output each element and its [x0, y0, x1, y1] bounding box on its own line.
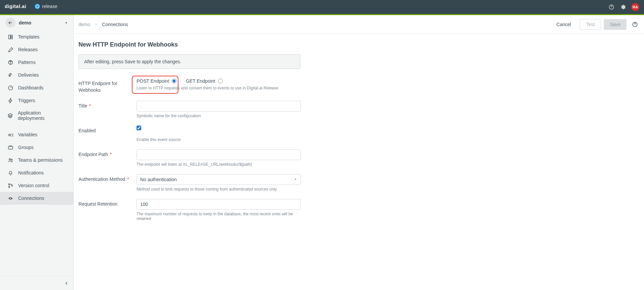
back-button[interactable]	[5, 18, 15, 28]
notifications-icon	[7, 170, 13, 176]
radio-label: GET Endpoint	[186, 78, 215, 84]
info-box: After editing, press Save to apply the c…	[78, 54, 301, 69]
user-avatar[interactable]: RA	[631, 3, 639, 11]
help-icon[interactable]	[608, 4, 614, 10]
test-button[interactable]: Test	[580, 19, 601, 30]
sidebar-item-label: Notifications	[18, 170, 44, 175]
connections-icon	[7, 195, 13, 201]
sidebar-item-version-control[interactable]: Version control	[0, 179, 73, 192]
get-endpoint-input[interactable]	[218, 79, 223, 83]
sidebar-item-triggers[interactable]: Triggers	[0, 94, 73, 107]
retention-label: Request Retention	[78, 199, 137, 208]
sidebar-header: demo	[0, 15, 73, 30]
sidebar-item-patterns[interactable]: Patterns	[0, 56, 73, 69]
sidebar-item-label: Templates	[18, 34, 40, 40]
post-endpoint-input[interactable]	[172, 79, 176, 83]
sidebar-item-variables[interactable]: ${'{'} Variables	[0, 128, 73, 141]
header-actions: Cancel Test Save	[550, 19, 638, 30]
templates-icon	[7, 34, 13, 40]
auth-method-label: Authentication Method *	[78, 174, 137, 183]
breadcrumb-current: Connections	[102, 22, 128, 27]
endpoint-type-group: POST Endpoint GET Endpoint	[137, 78, 301, 84]
patterns-icon	[7, 59, 13, 65]
settings-icon[interactable]	[620, 4, 626, 10]
top-bar: digital.ai release RA	[0, 0, 644, 14]
sidebar-item-label: Connections	[18, 196, 44, 201]
sidebar-item-label: Variables	[18, 132, 37, 137]
sidebar-item-label: Deliveries	[18, 72, 39, 78]
content-help-icon[interactable]	[632, 21, 638, 27]
sidebar-item-templates[interactable]: Templates	[0, 30, 73, 43]
retention-input[interactable]	[137, 199, 301, 210]
releases-icon	[7, 47, 13, 53]
sidebar: demo Templates Releases Patterns Deliver…	[0, 15, 74, 290]
sidebar-item-releases[interactable]: Releases	[0, 43, 73, 56]
breadcrumb-root[interactable]: demo	[78, 22, 90, 27]
svg-point-4	[611, 8, 611, 8]
sidebar-item-label: Groups	[18, 145, 34, 150]
endpoint-type-help: Listen to HTTP requests and convert them…	[137, 86, 301, 90]
sidebar-item-connections[interactable]: Connections	[0, 192, 73, 205]
sidebar-item-label: Teams & permissions	[18, 157, 63, 163]
sidebar-item-label: Version control	[18, 183, 49, 188]
svg-rect-5	[8, 35, 10, 39]
svg-rect-17	[10, 197, 11, 199]
deliveries-icon	[7, 72, 13, 78]
svg-text:${'{'}: ${'{'}	[8, 133, 13, 137]
teams-icon	[7, 157, 13, 163]
sidebar-item-deliveries[interactable]: Deliveries	[0, 69, 73, 81]
sidebar-expand-icon[interactable]	[65, 20, 68, 25]
save-button[interactable]: Save	[604, 19, 627, 30]
radio-label: POST Endpoint	[137, 78, 169, 84]
svg-point-13	[11, 159, 12, 160]
brand-logo: digital.ai release	[5, 3, 72, 11]
endpoint-path-help: The endpoint will listen at XL_RELEASE_U…	[137, 162, 301, 167]
sidebar-item-app-deployments[interactable]: Application deployments	[0, 107, 73, 124]
sidebar-collapse-button[interactable]	[0, 276, 73, 290]
cancel-button[interactable]: Cancel	[550, 19, 577, 30]
endpoint-type-label: HTTP Endpoint for Webhooks	[78, 78, 137, 93]
sidebar-item-groups[interactable]: Groups	[0, 141, 73, 154]
sidebar-item-notifications[interactable]: Notifications	[0, 166, 73, 179]
title-help: Symbolic name for the configuration	[137, 114, 301, 118]
sidebar-title: demo	[19, 20, 65, 25]
variables-icon: ${'{'}	[7, 132, 13, 138]
retention-help: The maximum number of requests to keep i…	[137, 212, 301, 221]
endpoint-path-input[interactable]	[137, 149, 301, 160]
svg-rect-6	[11, 35, 12, 37]
endpoint-path-label: Endpoint Path *	[78, 149, 137, 158]
svg-rect-11	[8, 146, 13, 149]
svg-rect-7	[11, 37, 12, 39]
content: demo Connections Cancel Test Save New HT…	[74, 15, 644, 290]
auth-method-help: Method used to limit requests to those c…	[137, 187, 301, 192]
title-label: Title *	[78, 101, 137, 110]
sidebar-item-teams[interactable]: Teams & permissions	[0, 154, 73, 166]
svg-point-14	[8, 184, 10, 185]
deployments-icon	[7, 113, 13, 119]
triggers-icon	[7, 97, 13, 103]
content-header: demo Connections Cancel Test Save	[74, 15, 644, 34]
svg-point-16	[11, 185, 12, 186]
breadcrumb: demo Connections	[78, 22, 128, 27]
sidebar-item-dashboards[interactable]: Dashboards	[0, 81, 73, 94]
svg-text:digital.ai: digital.ai	[5, 4, 26, 9]
form: HTTP Endpoint for Webhooks POST Endpoint…	[78, 69, 382, 221]
svg-point-8	[9, 75, 10, 76]
title-input[interactable]	[137, 101, 301, 112]
version-control-icon	[7, 183, 13, 189]
groups-icon	[7, 144, 13, 150]
sidebar-item-label: Triggers	[18, 98, 35, 103]
dashboards-icon	[7, 85, 13, 91]
svg-point-19	[635, 25, 635, 26]
auth-method-select[interactable]: No authentication	[137, 174, 301, 185]
sidebar-item-label: Application deployments	[18, 110, 67, 121]
enabled-label: Enabled	[78, 126, 137, 134]
svg-text:release: release	[42, 4, 57, 9]
svg-point-15	[8, 186, 10, 188]
chevron-right-icon	[94, 22, 98, 26]
page-title: New HTTP Endpoint for Webhooks	[78, 41, 382, 48]
enabled-help: Enable this event source	[137, 137, 301, 142]
post-endpoint-radio[interactable]: POST Endpoint	[137, 78, 176, 84]
enabled-checkbox[interactable]	[137, 126, 141, 130]
get-endpoint-radio[interactable]: GET Endpoint	[186, 78, 223, 84]
